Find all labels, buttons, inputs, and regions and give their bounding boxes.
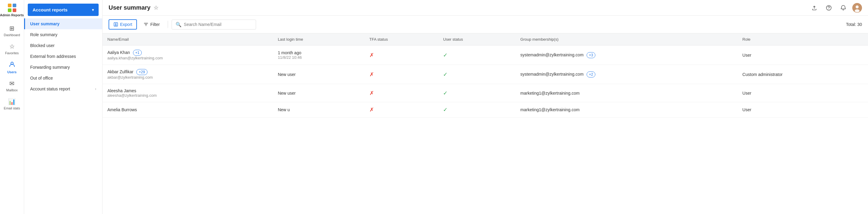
nav-items-list: User summary Role summary Blocked user E… [24,17,102,96]
cell-group-membership: marketing1@zylkertraining.com [516,102,737,118]
nav-item-out-of-office[interactable]: Out of office [24,73,102,84]
table-row: Akbar Zulfikar +29 akbar@zylkertraining.… [102,65,868,84]
help-icon[interactable] [824,2,834,13]
users-icon [9,61,16,69]
sidebar-item-users[interactable]: Users [0,58,24,77]
sidebar-item-label: Mailbox [6,88,18,92]
topbar-title-group: User summary ☆ [108,4,158,11]
email-tag[interactable]: +1 [133,50,142,56]
svg-point-8 [856,5,859,8]
svg-point-6 [829,9,829,9]
cell-name-email: Aleesha James aleesha@zylkertraining.com [102,84,273,102]
nav-item-forwarding-summary[interactable]: Forwarding summary [24,62,102,73]
cell-last-login: New u [273,102,364,118]
nav-item-account-status[interactable]: Account status report › [24,84,102,94]
user-name: Aleesha James [107,88,136,93]
cell-user-status: ✓ [438,84,516,102]
upload-icon[interactable] [809,2,820,13]
user-table: Name/Email Last login time TFA status Us… [102,33,868,118]
nav-item-external-from[interactable]: External from addresses [24,51,102,62]
topbar: User summary ☆ [102,0,868,16]
cell-tfa-status: ✗ [365,102,438,118]
tfa-cross-icon: ✗ [369,52,374,58]
group-name: systemadmin@zylkertraining.com [520,53,584,57]
col-name-email: Name/Email [102,33,273,45]
filter-button[interactable]: Filter [140,20,164,29]
col-group-membership: Group membership(s) [516,33,737,45]
cell-name-email: Amelia Burrows [102,102,273,118]
nav-item-blocked-user[interactable]: Blocked user [24,40,102,51]
role-text: Custom administrator [743,72,783,77]
total-label: Total: 30 [846,22,862,27]
user-avatar[interactable] [852,3,862,13]
last-login-text: New u [278,107,360,112]
sidebar-item-dashboard[interactable]: ⊞ Dashboard [0,22,24,40]
last-login-text: New user [278,91,360,96]
search-input[interactable] [184,22,252,27]
cell-group-membership: systemadmin@zylkertraining.com +3 [516,45,737,65]
cell-group-membership: marketing1@zylkertraining.com [516,84,737,102]
toolbar-divider [168,21,168,28]
cell-last-login: New user [273,65,364,84]
cell-role: User [738,84,868,102]
notifications-icon[interactable] [838,2,849,13]
sidebar-item-label: Dashboard [4,33,20,37]
cell-tfa-status: ✗ [365,65,438,84]
app-logo [7,2,18,13]
export-button[interactable]: Export [108,19,137,30]
table-body: Aaliya Khan +1 aaliya.khan@zylkertrainin… [102,45,868,118]
svg-point-9 [855,9,860,12]
page-title: User summary [108,4,151,11]
cell-name-email: Aaliya Khan +1 aaliya.khan@zylkertrainin… [102,45,273,65]
table-wrap: Name/Email Last login time TFA status Us… [102,33,868,214]
sidebar-item-mailbox[interactable]: ✉ Mailbox [0,77,24,95]
group-name: marketing1@zylkertraining.com [520,91,579,96]
user-status-check-icon: ✓ [443,90,447,96]
col-user-status: User status [438,33,516,45]
cell-role: User [738,45,868,65]
account-reports-header[interactable]: Account reports ▾ [28,4,99,16]
svg-rect-2 [8,8,11,12]
user-name: Amelia Burrows [107,107,137,112]
search-wrap: 🔍 [172,20,256,30]
role-text: User [743,53,752,58]
tfa-cross-icon: ✗ [369,107,374,113]
export-label: Export [120,22,132,27]
app-name: Admin Reports [0,13,24,17]
group-tag[interactable]: +3 [587,52,596,58]
group-name: marketing1@zylkertraining.com [520,107,579,112]
role-text: User [743,91,752,96]
topbar-actions [809,2,862,13]
main-content: User summary ☆ [102,0,868,214]
user-status-check-icon: ✓ [443,52,447,58]
filter-label: Filter [150,22,159,27]
cell-group-membership: systemadmin@zylkertraining.com +2 [516,65,737,84]
nav-header-label: Account reports [33,7,67,12]
nav-item-role-summary[interactable]: Role summary [24,29,102,40]
tfa-cross-icon: ✗ [369,90,374,96]
last-login-text: 1 month ago [278,50,360,55]
user-email: akbar@zylkertraining.com [107,75,268,80]
group-tag[interactable]: +2 [587,71,596,78]
nav-item-user-summary[interactable]: User summary [24,19,102,29]
sidebar-item-email-stats[interactable]: 📊 Email stats [0,95,24,113]
email-tag[interactable]: +29 [136,69,147,75]
favorites-icon: ☆ [9,43,15,50]
last-login-text: New user [278,72,360,77]
user-email: aleesha@zylkertraining.com [107,93,268,98]
favorite-star-icon[interactable]: ☆ [154,4,158,11]
col-tfa-status: TFA status [365,33,438,45]
cell-user-status: ✓ [438,102,516,118]
sidebar-item-label: Users [7,70,17,74]
search-icon: 🔍 [176,22,182,27]
svg-rect-0 [8,4,11,7]
mailbox-icon: ✉ [9,80,14,87]
role-text: User [743,107,752,112]
user-name: Aaliya Khan [107,50,130,55]
sidebar-item-favorites[interactable]: ☆ Favorites [0,40,24,58]
sidebar-item-label: Email stats [4,106,20,110]
cell-role: Custom administrator [738,65,868,84]
cell-role: User [738,102,868,118]
dashboard-icon: ⊞ [9,25,14,32]
group-name: systemadmin@zylkertraining.com [520,72,584,77]
